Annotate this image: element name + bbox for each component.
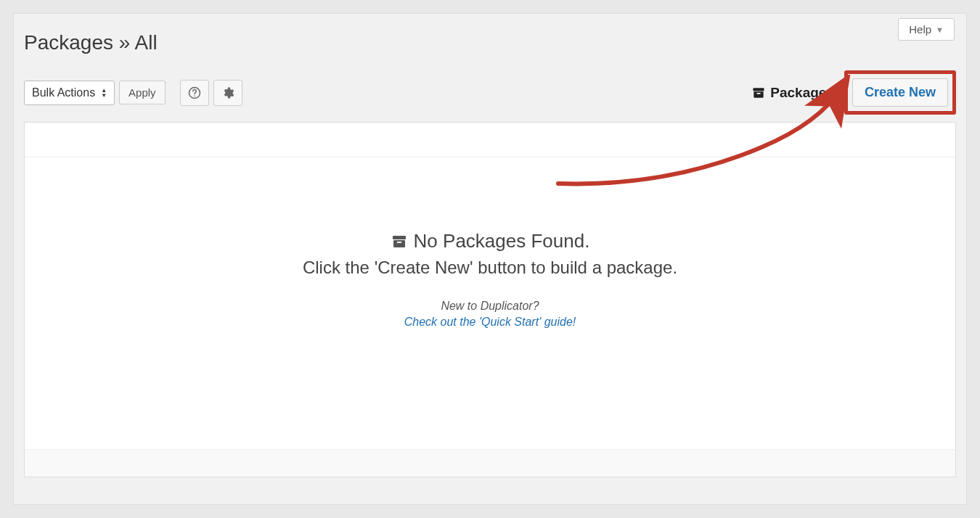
page-title: Packages » All <box>14 14 966 70</box>
help-info-button[interactable] <box>180 80 209 106</box>
panel-header-strip <box>25 123 955 157</box>
apply-button[interactable]: Apply <box>119 81 166 104</box>
empty-state-title: No Packages Found. <box>414 230 590 252</box>
packages-heading: Packages <box>751 85 834 101</box>
annotation-highlight: Create New <box>844 70 956 115</box>
svg-rect-7 <box>397 242 401 243</box>
create-new-button[interactable]: Create New <box>852 78 948 107</box>
svg-rect-4 <box>757 93 761 94</box>
packages-panel: No Packages Found. Click the 'Create New… <box>24 122 956 477</box>
svg-rect-6 <box>393 240 405 247</box>
page-wrapper: Help ▼ Packages » All Bulk Actions ▲▼ Ap… <box>13 13 967 505</box>
sort-arrows-icon: ▲▼ <box>101 88 107 98</box>
help-tab[interactable]: Help ▼ <box>898 18 955 41</box>
hint-question: New to Duplicator? <box>25 300 955 313</box>
panel-footer-strip <box>25 449 955 477</box>
empty-state: No Packages Found. Click the 'Create New… <box>25 157 955 329</box>
empty-state-subtitle: Click the 'Create New' button to build a… <box>25 258 955 278</box>
action-bar-right: Packages Create New <box>751 70 956 115</box>
archive-icon <box>391 233 408 250</box>
action-bar-left: Bulk Actions ▲▼ Apply <box>24 80 242 106</box>
chevron-down-icon: ▼ <box>936 25 944 34</box>
question-icon <box>188 86 201 99</box>
packages-label: Packages <box>770 85 834 101</box>
action-bar: Bulk Actions ▲▼ Apply <box>14 70 966 122</box>
quick-start-link[interactable]: Check out the 'Quick Start' guide! <box>404 316 576 329</box>
svg-rect-2 <box>754 88 764 91</box>
svg-point-1 <box>194 95 195 96</box>
gear-icon <box>221 86 234 99</box>
svg-rect-5 <box>393 236 406 239</box>
help-label: Help <box>909 23 931 36</box>
empty-state-hint: New to Duplicator? Check out the 'Quick … <box>25 300 955 329</box>
bulk-actions-select[interactable]: Bulk Actions ▲▼ <box>24 81 115 105</box>
bulk-actions-label: Bulk Actions <box>32 86 95 99</box>
settings-button[interactable] <box>213 80 242 106</box>
empty-state-title-row: No Packages Found. <box>391 230 590 252</box>
create-new-label: Create New <box>865 85 936 99</box>
archive-icon <box>751 86 766 100</box>
apply-label: Apply <box>128 86 156 99</box>
svg-rect-3 <box>754 91 764 97</box>
